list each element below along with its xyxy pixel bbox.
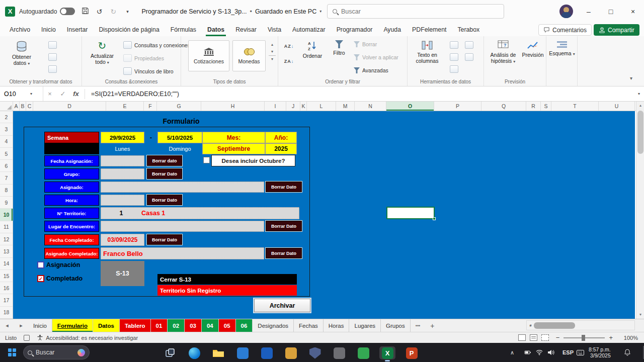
workbook-links-button[interactable]: Vínculos de libro — [123, 67, 174, 75]
titlebar-search[interactable] — [327, 4, 504, 19]
battery-icon[interactable] — [524, 349, 531, 355]
app-yellow-icon[interactable] — [283, 346, 299, 359]
stocks-button[interactable]: Cotizaciones — [188, 40, 229, 71]
copilot-icon[interactable] — [77, 349, 85, 356]
column-header[interactable]: J — [286, 102, 300, 111]
edge-icon[interactable] — [186, 346, 202, 359]
gallery-down-icon[interactable]: ▾ — [269, 48, 276, 55]
horizontal-scrollbar[interactable]: ◂ ▸ — [526, 320, 635, 330]
app-green-icon[interactable] — [355, 346, 371, 359]
consolidate-icon[interactable] — [465, 41, 473, 49]
scroll-up-icon[interactable]: ▴ — [636, 102, 644, 110]
from-table-icon[interactable] — [48, 65, 57, 73]
completado-checkbox[interactable]: ✓ — [37, 275, 44, 282]
row-header[interactable]: 8 — [0, 185, 13, 197]
archivar-button[interactable]: Archivar — [254, 299, 310, 312]
user-avatar[interactable] — [559, 5, 573, 18]
tab-automatizar[interactable]: Automatizar — [287, 23, 331, 36]
tab-pdfelement[interactable]: PDFelement — [407, 23, 452, 36]
powerpoint-taskbar-icon[interactable]: P — [404, 346, 420, 359]
column-header[interactable]: K — [300, 102, 307, 111]
row-header[interactable]: 18 — [0, 307, 13, 319]
refresh-all-button[interactable]: ↻ Actualizar todo ▾ — [86, 38, 118, 66]
column-header[interactable]: R — [526, 102, 541, 111]
borrar-asignado-completado-button[interactable]: Borrar Dato — [266, 248, 302, 258]
tab-inicio[interactable]: Inicio — [36, 23, 61, 36]
tab-programador[interactable]: Programador — [331, 23, 378, 36]
column-header[interactable]: I — [265, 102, 286, 111]
formula-input[interactable] — [87, 90, 638, 98]
save-icon[interactable] — [78, 7, 92, 16]
row-header[interactable]: 5 — [0, 148, 13, 160]
zoom-out-button[interactable]: − — [556, 334, 560, 341]
share-button[interactable]: Compartir — [594, 24, 639, 36]
page-break-view-icon[interactable] — [541, 334, 549, 341]
month-value[interactable]: Septiembre — [202, 143, 265, 154]
vertical-scrollbar[interactable]: ▴ ▾ — [636, 102, 644, 319]
scroll-down-icon[interactable]: ▾ — [636, 311, 644, 319]
column-header[interactable]: G — [157, 102, 201, 111]
fecha-asignacion-input[interactable] — [101, 155, 144, 166]
asignado-input[interactable] — [101, 182, 264, 193]
sheet-nav-left-icon[interactable]: ◂ — [0, 319, 14, 332]
column-header[interactable]: F — [144, 102, 157, 111]
new-sheet-button[interactable]: + — [425, 319, 439, 332]
sheet-tab-02[interactable]: 02 — [168, 319, 185, 332]
file-explorer-icon[interactable] — [210, 346, 226, 359]
select-all-corner[interactable] — [0, 102, 13, 111]
app-shield-icon[interactable] — [307, 346, 323, 359]
column-header[interactable]: Q — [481, 102, 526, 111]
collapse-ribbon-button[interactable]: ▾ — [630, 75, 632, 81]
task-view-icon[interactable] — [162, 346, 178, 359]
app-blue-1-icon[interactable] — [234, 346, 251, 359]
octubre-checkbox[interactable] — [203, 157, 210, 163]
row-header[interactable]: 17 — [0, 294, 13, 306]
tab-archivo[interactable]: Archivo — [4, 23, 36, 36]
speaker-icon[interactable] — [547, 349, 554, 355]
sheet-canvas[interactable]: 2 3 4 5 6 7 8 9 10 11 12 13 14 15 16 17 … — [0, 111, 635, 319]
maximize-button[interactable]: □ — [600, 0, 622, 23]
s13-box[interactable]: S-13 — [101, 261, 144, 286]
outline-button[interactable]: Esquema ▾ — [548, 38, 576, 57]
column-header[interactable]: A — [13, 102, 20, 111]
column-header[interactable]: T — [551, 102, 599, 111]
row-header[interactable]: 6 — [0, 160, 13, 172]
gallery-more-icon[interactable]: ▾ — [269, 55, 276, 63]
data-validation-icon[interactable] — [450, 65, 458, 73]
filter-button[interactable]: Filtro — [328, 38, 351, 56]
notifications-icon[interactable] — [624, 343, 631, 362]
row-header[interactable]: 16 — [0, 282, 13, 294]
comments-button[interactable]: Comentarios — [538, 24, 592, 36]
taskbar-search[interactable]: Buscar — [23, 345, 90, 359]
column-header[interactable]: D — [33, 102, 106, 111]
from-text-csv-icon[interactable] — [48, 41, 57, 49]
normal-view-icon[interactable] — [518, 334, 526, 341]
reapply-filter-button[interactable]: Volver a aplicar — [354, 54, 398, 60]
column-header[interactable]: P — [434, 102, 481, 111]
start-button[interactable] — [8, 348, 16, 356]
year-value[interactable]: 2025 — [265, 143, 297, 154]
close-button[interactable]: × — [622, 0, 644, 23]
tab-ayuda[interactable]: Ayuda — [378, 23, 407, 36]
sheet-tab-fechas[interactable]: Fechas — [294, 319, 324, 332]
minimize-button[interactable]: – — [578, 0, 600, 23]
borrar-hora-button[interactable]: Borrar Dato — [147, 195, 182, 205]
cerrar-s13-bar[interactable]: Cerrar S-13 — [157, 274, 297, 285]
row-header[interactable]: 2 — [0, 111, 13, 123]
tab-disposicion[interactable]: Disposición de página — [93, 23, 165, 36]
sheet-tab-horas[interactable]: Horas — [324, 319, 350, 332]
page-layout-view-icon[interactable] — [530, 334, 537, 341]
row-header[interactable]: 4 — [0, 136, 13, 148]
row-header[interactable]: 15 — [0, 270, 13, 282]
row-header[interactable]: 9 — [0, 197, 13, 209]
sort-za-button[interactable]: ZA↓ — [281, 55, 296, 67]
asignacion-checkbox[interactable] — [37, 261, 44, 268]
what-if-analysis-button[interactable]: ? Análisis de hipótesis ▾ — [486, 38, 520, 65]
borrar-grupo-button[interactable]: Borrar Dato — [147, 168, 182, 179]
column-header[interactable]: M — [336, 102, 355, 111]
fecha-completado-value[interactable]: 03/09/2025 — [101, 234, 144, 246]
name-box-dropdown-icon[interactable]: ▾ — [30, 92, 32, 96]
sheet-tab-06[interactable]: 06 — [236, 319, 253, 332]
scroll-right-icon[interactable]: ▸ — [527, 322, 535, 330]
row-header-selected[interactable]: 10 — [0, 209, 13, 221]
